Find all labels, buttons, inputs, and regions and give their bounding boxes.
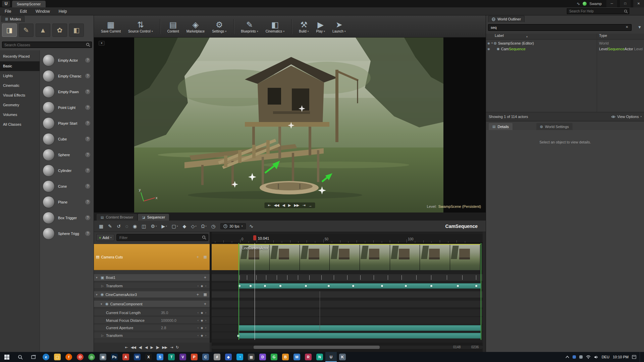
keyframe-icon[interactable]: ◆ [181, 223, 188, 230]
transform-section[interactable] [238, 333, 481, 339]
tab-world-settings[interactable]: ◍ World Settings [536, 123, 573, 130]
placeable-sphere[interactable]: Sphere? [40, 147, 94, 163]
placeable-empty-actor[interactable]: Empty Actor? [40, 52, 94, 68]
keyframe[interactable] [381, 285, 384, 288]
tray-app-icon[interactable] [579, 355, 583, 359]
viewport-options-button[interactable]: ▾ [99, 41, 105, 46]
taskbar-app-12[interactable]: V [177, 352, 189, 362]
category-recently-placed[interactable]: Recently Placed [0, 52, 40, 61]
category-geometry[interactable]: Geometry [0, 100, 40, 110]
taskbar-app-18[interactable]: ▦ [246, 352, 257, 362]
camera-icon[interactable]: ◉ [131, 223, 139, 230]
focal-length-lane[interactable] [212, 309, 483, 316]
toolbar-launch-button[interactable]: ➤Launch▾ [329, 17, 349, 36]
keyframe[interactable] [430, 285, 433, 288]
menu-file[interactable]: File [5, 9, 11, 14]
taskbar-search-button[interactable] [13, 352, 27, 362]
track-filter-input[interactable] [116, 234, 208, 241]
keyframe[interactable] [475, 285, 478, 288]
taskbar-app-3[interactable]: O [74, 352, 86, 362]
toolbar-source-control-button[interactable]: ⇅Source Control▾ [125, 17, 156, 36]
sequencer-transport-button-2[interactable]: ◀| [139, 345, 142, 350]
column-type[interactable]: Type [599, 34, 607, 38]
sequencer-transport-button-3[interactable]: ◀ [145, 345, 147, 350]
category-lights[interactable]: Lights [0, 71, 40, 81]
column-label[interactable]: Label [495, 34, 504, 38]
taskbar-app-21[interactable]: B [280, 352, 291, 362]
tray-app-icon[interactable] [573, 355, 576, 359]
property-value[interactable]: 35.0 [161, 311, 168, 315]
boat1-lane[interactable] [212, 274, 483, 281]
toolbar-play-button[interactable]: ▶Play▾ [313, 17, 328, 36]
keyframe[interactable] [352, 285, 355, 288]
expander-icon[interactable]: ▾ [101, 302, 104, 306]
track-camera-cuts[interactable]: ▤ Camera Cuts + ▦ [94, 244, 210, 270]
keyframe[interactable] [327, 285, 330, 288]
category-all-classes[interactable]: All Classes [0, 120, 40, 129]
viewport-transport-button-2[interactable]: ◀ [282, 203, 285, 207]
track-current-aperture[interactable]: Current Aperture 2.8 ‹ ◆ › [94, 325, 210, 331]
maximize-button[interactable]: □ [620, 0, 631, 7]
sequencer-transport-button-4[interactable]: ▶ [150, 345, 153, 350]
focus-distance-lane[interactable] [212, 317, 483, 324]
boat-transform-lane[interactable] [212, 283, 483, 289]
placeable-box-trigger[interactable]: Box Trigger? [40, 210, 94, 226]
geometry-mode-tab[interactable]: ◧ [69, 23, 84, 37]
add-section-button[interactable]: + [197, 292, 199, 297]
expander-icon[interactable]: ▾ [96, 293, 99, 296]
menu-edit[interactable]: Edit [20, 9, 27, 14]
viewport-transport-button-0[interactable]: ⇤ [268, 203, 270, 207]
taskbar-app-26[interactable]: K [337, 352, 348, 362]
track-current-focal-length[interactable]: Current Focal Length 35.0 ‹ ◆ › [94, 309, 210, 316]
taskbar-app-6[interactable]: Ps [109, 352, 120, 362]
viewport-transport-button-3[interactable]: ▶ [288, 203, 290, 207]
taskbar-app-17[interactable]: ◔ [234, 352, 246, 362]
cameracomponent-lane[interactable] [212, 301, 483, 307]
track-boat1[interactable]: ▾ ▣ Boat1 + [94, 274, 210, 281]
select-edit-options-icon[interactable]: ▢▾ [170, 223, 180, 230]
track-cinecameraactor3[interactable]: ▾ ◉ CineCameraActor3 + ▦ [94, 291, 210, 298]
taskbar-app-7[interactable]: A [120, 352, 131, 362]
track-cameracomponent[interactable]: ▾ ◉ CameraComponent + [94, 301, 210, 307]
placeable-empty-pawn[interactable]: Empty Pawn? [40, 84, 94, 100]
aperture-lane[interactable] [212, 325, 483, 331]
create-camera-icon[interactable]: ✎ [106, 223, 114, 230]
placeable-plane[interactable]: Plane? [40, 194, 94, 210]
add-section-button[interactable]: + [204, 275, 206, 280]
close-button[interactable]: ✕ [633, 0, 644, 7]
toolbar-blueprints-button[interactable]: ✎Blueprints▾ [238, 17, 261, 36]
toolbar-save-current-button[interactable]: ▦Save Current [98, 17, 124, 36]
taskbar-app-13[interactable]: P [189, 352, 200, 362]
toolbar-settings-button[interactable]: ⚙Settings▾ [209, 17, 229, 36]
placeable-sphere-trigg[interactable]: Sphere Trigg? [40, 226, 94, 241]
keyframe[interactable] [305, 285, 308, 288]
outliner-row[interactable]: ◉◉CamSequenceLevelSequenceActor LevelSeq… [486, 46, 644, 52]
sequencer-transport-button-6[interactable]: ▶▶ [162, 345, 167, 350]
sequencer-transport-button-0[interactable]: ⇤ [125, 345, 127, 350]
language-indicator[interactable]: DEU [602, 355, 609, 359]
menu-help[interactable]: Help [59, 9, 67, 14]
track-manual-focus-distance[interactable]: Manual Focus Distance 100000.0 ‹ ◆ › [94, 317, 210, 324]
keyframe-nav[interactable]: ‹ ◆ › [198, 334, 207, 337]
toolbar-cinematics-button[interactable]: ◧Cinematics▾ [263, 17, 287, 36]
view-options-button[interactable]: View Options ▾ [611, 115, 642, 119]
track-boat-transform[interactable]: ▷ Transform ‹ ◆ › [94, 283, 210, 289]
taskbar-app-10[interactable]: S [154, 352, 166, 362]
viewport-transport-button-6[interactable]: → [309, 203, 312, 207]
viewport-transport-button-1[interactable]: ◀◀ [274, 203, 279, 207]
save-icon[interactable]: ▦ [97, 223, 105, 230]
find-in-content-browser-icon[interactable]: ◌ [124, 223, 130, 230]
taskbar-app-15[interactable]: # [211, 352, 223, 362]
outliner-search-input[interactable] [488, 24, 632, 31]
keyframe[interactable] [405, 285, 408, 288]
keyframe[interactable] [279, 285, 282, 288]
playhead-line[interactable] [255, 243, 255, 340]
placeable-empty-charac[interactable]: Empty Charac? [40, 68, 94, 84]
minimize-button[interactable]: ─ [606, 0, 617, 7]
tab-details[interactable]: ▤ Details [489, 123, 513, 130]
timeline-ruler[interactable]: 10.041 050100 [212, 234, 483, 243]
render-movie-icon[interactable]: ◫ [140, 223, 148, 230]
add-track-button[interactable]: + Add ▾ [96, 234, 114, 241]
taskbar-app-20[interactable]: G [268, 352, 280, 362]
outliner-filter-icon[interactable]: ▼ [638, 25, 642, 29]
